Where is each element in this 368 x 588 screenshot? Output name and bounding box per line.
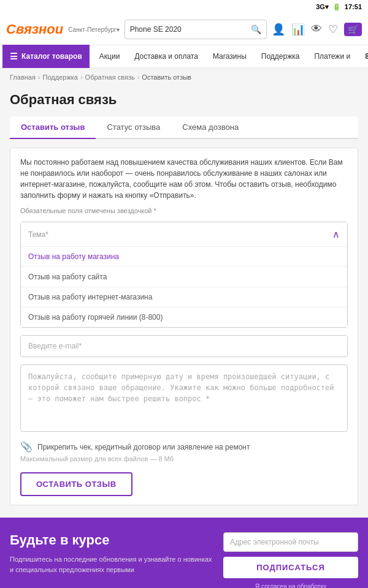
breadcrumb: Главная › Поддержка › Обратная связь › О… <box>0 69 368 86</box>
dropdown-option-2[interactable]: Отзыв на работу интернет-магазина <box>21 287 347 307</box>
user-icon[interactable]: 👤 <box>272 23 285 36</box>
cart-icon[interactable]: 🛒 <box>344 23 362 36</box>
breadcrumb-current: Оставить отзыв <box>142 74 191 81</box>
status-bar: 3G▾ 🔋 17:51 <box>0 0 368 13</box>
battery-icon: 🔋 <box>332 3 341 11</box>
tab-leave-review[interactable]: Оставить отзыв <box>10 116 96 139</box>
nav-items: Акции Доставка и оплата Магазины Поддерж… <box>90 45 360 68</box>
dropdown-arrow-icon: ∧ <box>332 228 340 240</box>
search-icon: 🔍 <box>251 24 261 34</box>
paperclip-icon: 📎 <box>20 441 33 453</box>
search-input[interactable] <box>130 25 251 34</box>
consent-text: Я согласен на обработку <box>223 583 358 588</box>
required-note: Обязательные поля отмечены звездочкой * <box>20 207 348 214</box>
nav-item-stores[interactable]: Магазины <box>205 45 254 68</box>
nav-item-delivery[interactable]: Доставка и оплата <box>127 45 205 68</box>
signal-indicator: 3G▾ <box>316 3 329 11</box>
footer-left: Будьте в курсе Подпишитесь на последние … <box>10 532 213 575</box>
catalog-button[interactable]: ☰ Каталог товаров <box>2 45 90 68</box>
search-box[interactable]: 🔍 <box>125 20 267 39</box>
dropdown-header[interactable]: Тема* ∧ <box>21 222 347 246</box>
subscribe-button[interactable]: ПОДПИСАТЬСЯ <box>223 557 358 578</box>
nav-item-support[interactable]: Поддержка <box>254 45 307 68</box>
nav-item-payments[interactable]: Платежи и <box>307 45 358 68</box>
header-icons: 👤 📊 👁 ♡ 🛒 <box>272 23 362 36</box>
subscribe-desc: Подпишитесь на последние обновления и уз… <box>10 554 213 575</box>
tab-review-status[interactable]: Статус отзыва <box>96 116 171 139</box>
logo[interactable]: Связнои <box>6 21 63 37</box>
city-selector[interactable]: Санкт-Петербург▾ <box>68 26 119 33</box>
form-description: Мы постоянно работаем над повышением кач… <box>20 157 348 201</box>
attachment-button[interactable]: 📎 Прикрепить чек, кредитный договор или … <box>20 441 348 453</box>
breadcrumb-support[interactable]: Поддержка <box>43 74 78 81</box>
time-display: 17:51 <box>345 3 362 10</box>
nav-item-promotions[interactable]: Акции <box>92 45 128 68</box>
dropdown-options: Отзыв на работу магазина Отзыв на работу… <box>21 246 347 327</box>
footer-email-input[interactable] <box>223 532 358 552</box>
main-content: Обратная связь Оставить отзыв Статус отз… <box>0 86 368 518</box>
dropdown-label: Тема* <box>28 230 48 239</box>
breadcrumb-feedback[interactable]: Обратная связь <box>85 74 135 81</box>
breadcrumb-home[interactable]: Главная <box>10 74 36 81</box>
dropdown-option-1[interactable]: Отзыв на работу сайта <box>21 267 347 287</box>
page-title: Обратная связь <box>10 92 358 108</box>
heart-icon[interactable]: ♡ <box>328 23 338 36</box>
nav-phone: 8 (812) 703-45-49 <box>360 52 368 61</box>
message-textarea[interactable] <box>20 364 348 432</box>
footer-right: ПОДПИСАТЬСЯ Я согласен на обработку <box>223 532 358 588</box>
header: Связнои Санкт-Петербург▾ 🔍 👤 📊 👁 ♡ 🛒 <box>0 13 368 45</box>
eye-icon[interactable]: 👁 <box>311 23 322 36</box>
submit-button[interactable]: ОСТАВИТЬ ОТЗЫВ <box>20 472 132 496</box>
attachment-label: Прикрепить чек, кредитный договор или за… <box>37 443 250 451</box>
email-input[interactable] <box>20 335 348 357</box>
catalog-label: Каталог товаров <box>21 52 82 61</box>
chart-icon[interactable]: 📊 <box>291 23 305 36</box>
dropdown-option-3[interactable]: Отзыв на работу горячей линии (8-800) <box>21 307 347 327</box>
dropdown-option-0[interactable]: Отзыв на работу магазина <box>21 247 347 267</box>
navbar: ☰ Каталог товаров Акции Доставка и оплат… <box>0 45 368 69</box>
tab-call-scheme[interactable]: Схема дозвона <box>171 116 250 139</box>
topic-dropdown[interactable]: Тема* ∧ Отзыв на работу магазина Отзыв н… <box>20 222 348 328</box>
hamburger-icon: ☰ <box>10 51 18 61</box>
subscribe-section: Будьте в курсе Подпишитесь на последние … <box>0 518 368 588</box>
subscribe-title: Будьте в курсе <box>10 532 213 548</box>
tabs: Оставить отзыв Статус отзыва Схема дозво… <box>10 116 358 139</box>
form-card: Мы постоянно работаем над повышением кач… <box>10 148 358 505</box>
max-size-label: Максимальный размер для всех файлов — 8 … <box>20 455 348 462</box>
